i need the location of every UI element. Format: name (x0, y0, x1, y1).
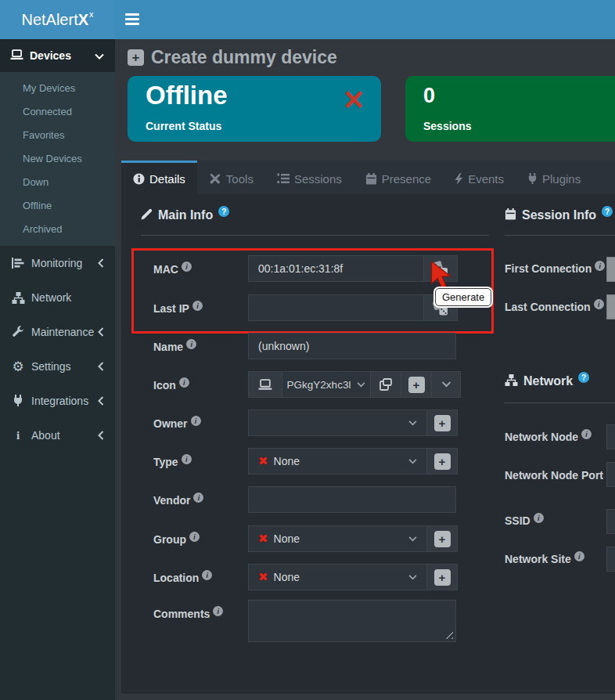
add-owner-button[interactable]: + (427, 410, 458, 436)
sidebar-item-new-devices[interactable]: New Devices (0, 147, 115, 171)
red-cross-icon: ✖ (258, 570, 268, 584)
calendar-icon (365, 173, 377, 185)
mac-label: MACi (153, 255, 248, 282)
tab-presence[interactable]: Presence (354, 161, 443, 194)
info-icon: i (191, 416, 201, 426)
sidebar-item-down[interactable]: Down (0, 171, 115, 194)
detail-tabs: Details Tools Sessions Presence Events (121, 161, 615, 194)
sidebar-item-about[interactable]: i About (0, 418, 115, 453)
sidebar-item-my-devices[interactable]: My Devices (0, 77, 115, 100)
tab-presence-label: Presence (382, 172, 431, 186)
tab-details[interactable]: Details (121, 161, 197, 194)
last-connection-input[interactable] (606, 294, 615, 319)
add-icon-button[interactable]: + (401, 372, 431, 397)
tab-events[interactable]: Events (443, 161, 516, 194)
first-connection-label: First Connectioni (505, 262, 605, 275)
tab-plugins[interactable]: Plugins (516, 161, 592, 194)
bolt-icon (455, 173, 463, 185)
sitemap-icon (10, 292, 26, 304)
sidebar-toggle-hamburger-icon[interactable] (125, 13, 139, 25)
network-node-port-label-text: Network Node Port (505, 469, 603, 482)
location-select-value: None (274, 571, 300, 583)
red-cross-icon: ✖ (258, 454, 268, 468)
location-select[interactable]: ✖ None (248, 564, 427, 590)
first-connection-input[interactable] (606, 257, 615, 282)
session-info-title: Session Info (522, 208, 596, 222)
help-question-icon[interactable]: ? (578, 372, 589, 383)
add-location-button[interactable]: + (427, 564, 458, 590)
owner-select[interactable] (248, 410, 427, 436)
type-label: Typei (153, 448, 248, 474)
add-group-button[interactable]: + (427, 525, 458, 552)
brand-logo[interactable]: NetAlertX x (0, 0, 115, 39)
sidebar-item-connected[interactable]: Connected (0, 100, 115, 124)
mac-label-text: MAC (153, 263, 178, 276)
plus-icon: + (434, 569, 451, 586)
status-value: Offline (146, 81, 228, 110)
tab-sessions[interactable]: Sessions (265, 161, 354, 194)
type-select[interactable]: ✖ None (248, 448, 427, 474)
group-select-value: None (274, 532, 300, 545)
plug-icon (10, 395, 26, 407)
type-label-text: Type (153, 456, 178, 468)
sidebar-item-archived[interactable]: Archived (0, 218, 115, 241)
info-icon: i (594, 299, 604, 309)
sidebar-item-settings[interactable]: ⚙ Settings (0, 349, 115, 384)
mac-input[interactable]: 00:1a:01:ec:31:8f (248, 255, 424, 282)
ssid-label: SSIDi (505, 514, 544, 527)
ssid-label-text: SSID (505, 514, 530, 527)
network-node-select[interactable] (606, 424, 615, 449)
sidebar-item-devices[interactable]: Devices (0, 39, 115, 72)
sessions-label: Sessions (423, 120, 471, 132)
sidebar-maintenance-label: Maintenance (31, 326, 94, 338)
group-select[interactable]: ✖ None (248, 525, 427, 552)
ssid-input[interactable] (606, 509, 615, 534)
sidebar-item-maintenance[interactable]: Maintenance (0, 315, 115, 349)
group-label-text: Group (153, 533, 186, 546)
main-info-title: Main Info (158, 208, 213, 222)
tab-details-label: Details (149, 172, 185, 186)
add-type-button[interactable]: + (427, 448, 458, 474)
sidebar-item-monitoring[interactable]: Monitoring (0, 246, 115, 280)
chevron-down-icon (408, 536, 417, 542)
generate-mac-button[interactable] (424, 255, 458, 282)
copy-icon-button[interactable] (370, 372, 401, 397)
vendor-input[interactable] (248, 486, 456, 513)
sidebar-item-integrations[interactable]: Integrations (0, 384, 115, 418)
plus-icon: + (434, 415, 451, 431)
vendor-label: Vendori (153, 486, 248, 513)
info-icon: i (595, 261, 605, 271)
help-question-icon[interactable]: ? (218, 206, 229, 217)
help-question-icon[interactable]: ? (602, 206, 613, 217)
last-connection-label: Last Connectioni (505, 301, 604, 313)
expand-icon-list-button[interactable] (431, 372, 460, 397)
network-node-label: Network Nodei (505, 431, 592, 443)
chevron-left-icon (98, 396, 104, 406)
icon-select[interactable]: PGkgY2xhc3l (282, 372, 370, 397)
sidebar-monitoring-label: Monitoring (31, 257, 82, 269)
details-panel: Main Info ? Session Info ? MACi 00:1a:01… (121, 194, 615, 694)
comments-textarea[interactable] (248, 600, 456, 642)
status-card: Offline × Current Status (128, 76, 381, 142)
tab-sessions-label: Sessions (294, 172, 342, 186)
chevron-left-icon (98, 258, 104, 268)
top-navbar: NetAlertX x (0, 0, 615, 39)
sidebar-network-label: Network (31, 291, 71, 304)
sitemap-icon (505, 374, 518, 389)
plus-icon: + (408, 377, 425, 393)
sidebar-item-network[interactable]: Network (0, 280, 115, 315)
network-node-port-input[interactable] (606, 462, 615, 487)
tab-tools[interactable]: Tools (197, 161, 265, 194)
plus-icon: + (434, 453, 451, 470)
pencil-icon (141, 208, 153, 223)
network-node-label-text: Network Node (505, 431, 578, 443)
sidebar-item-favorites[interactable]: Favorites (0, 124, 115, 147)
last-ip-input[interactable] (248, 294, 424, 321)
name-input[interactable]: (unknown) (248, 333, 456, 359)
info-icon: i (189, 532, 200, 542)
network-site-input[interactable] (606, 547, 615, 572)
resize-handle[interactable] (444, 630, 453, 639)
info-icon: i (581, 429, 592, 439)
red-cross-icon: ✖ (258, 532, 268, 546)
sidebar-item-offline[interactable]: Offline (0, 194, 115, 218)
